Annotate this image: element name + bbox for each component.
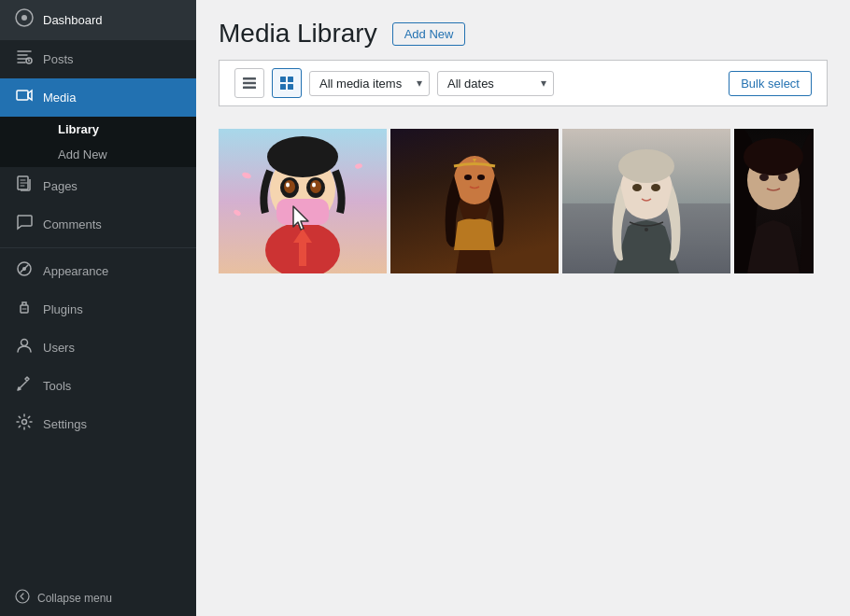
collapse-label: Collapse menu [37,592,112,605]
svg-rect-14 [280,77,286,82]
media-item-4[interactable] [734,129,814,273]
bulk-select-button[interactable]: Bulk select [729,71,812,96]
svg-point-6 [22,267,26,271]
grid-view-button[interactable] [272,68,302,98]
media-grid [196,106,850,616]
media-item-2[interactable] [390,129,559,273]
main-content: Media Library Add New All media items Im… [196,0,850,616]
page-title: Media Library [219,19,377,49]
pages-label: Pages [43,179,78,193]
anime-svg [219,129,387,273]
plugins-icon [15,299,34,320]
svg-point-1 [21,15,27,21]
sidebar-item-settings[interactable]: Settings [0,405,196,443]
svg-rect-17 [288,84,293,90]
comments-icon [15,214,34,235]
svg-point-46 [744,138,803,175]
svg-point-9 [22,420,27,425]
add-new-button[interactable]: Add New [392,22,466,46]
svg-rect-16 [280,84,286,90]
sidebar-item-plugins[interactable]: Plugins [0,290,196,329]
settings-icon [15,413,34,435]
svg-point-26 [286,183,290,188]
tools-label: Tools [43,379,71,393]
sidebar-item-tools[interactable]: Tools [0,367,196,405]
filter-dates-wrapper[interactable]: All dates January 2024 February 2024 [437,71,554,96]
sidebar-item-pages[interactable]: Pages [0,167,196,205]
sidebar-divider [0,247,196,248]
svg-point-10 [16,590,29,603]
svg-point-47 [759,174,769,181]
page-header: Media Library Add New [196,0,850,60]
svg-point-25 [310,180,321,193]
wonder-woman-image [390,129,559,273]
media-icon [15,87,34,108]
svg-rect-3 [17,91,28,100]
media-item-1[interactable] [219,129,387,273]
filter-media-wrapper[interactable]: All media items Images Audio Video [309,71,430,96]
svg-point-48 [778,174,787,181]
svg-point-40 [618,149,674,183]
tools-icon [15,375,34,397]
appearance-label: Appearance [43,264,108,278]
dashboard-label: Dashboard [43,13,103,27]
media-library-link[interactable]: Library [15,117,196,142]
posts-label: Posts [43,52,74,66]
svg-point-8 [21,340,28,346]
sidebar-item-appearance[interactable]: Appearance [0,252,196,290]
users-icon [15,337,34,358]
svg-rect-15 [288,77,293,82]
collapse-menu[interactable]: Collapse menu [0,580,196,616]
svg-rect-13 [243,87,256,90]
svg-rect-12 [243,82,256,85]
svg-point-24 [284,180,295,193]
sidebar-item-users[interactable]: Users [0,329,196,367]
collapse-icon [15,589,30,607]
sidebar-item-media[interactable]: Media [0,78,196,117]
sidebar-item-comments[interactable]: Comments [0,205,196,244]
svg-rect-28 [276,199,329,225]
appearance-icon [15,260,34,282]
list-view-icon [242,76,257,91]
media-add-new-link[interactable]: Add New [15,142,196,167]
wordpress-icon [15,8,34,32]
grid-view-icon [279,76,294,91]
media-item-3[interactable] [562,129,730,273]
anime-image [219,129,387,273]
list-view-button[interactable] [234,68,264,98]
posts-icon [15,49,34,70]
media-label: Media [43,91,76,105]
sidebar-item-dashboard[interactable]: Dashboard [0,0,196,40]
plugins-label: Plugins [43,302,83,316]
svg-point-36 [477,175,485,180]
svg-point-41 [632,184,642,191]
svg-rect-11 [243,77,256,80]
comments-label: Comments [43,217,102,231]
users-label: Users [43,341,75,355]
svg-point-21 [267,136,338,177]
daenerys-image [562,129,730,273]
svg-point-27 [312,183,316,188]
media-submenu: Library Add New [0,117,196,167]
filter-media-select[interactable]: All media items Images Audio Video [309,71,430,96]
svg-point-35 [464,175,472,180]
svg-point-43 [645,228,648,231]
sidebar: Dashboard Posts Media Library Add New [0,0,196,616]
filter-dates-select[interactable]: All dates January 2024 February 2024 [437,71,554,96]
dark-woman-image [734,129,814,273]
svg-point-42 [651,184,660,191]
sidebar-item-posts[interactable]: Posts [0,40,196,78]
settings-label: Settings [43,417,87,431]
pages-icon [15,175,34,197]
media-toolbar: All media items Images Audio Video All d… [219,60,828,106]
